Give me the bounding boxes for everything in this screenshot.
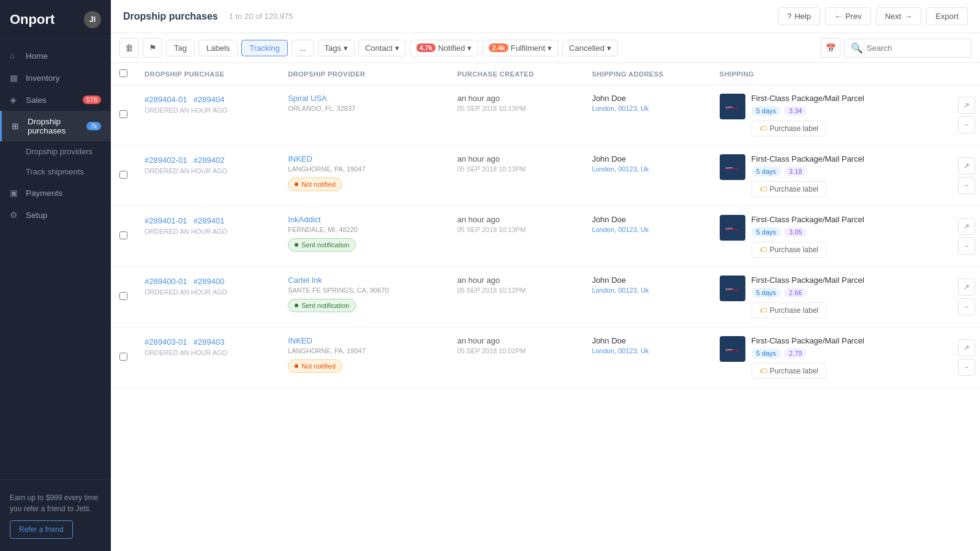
sidebar-item-home[interactable]: ⌂ Home (0, 45, 111, 67)
order-id-link[interactable]: #289400 (194, 277, 225, 286)
page-title: Dropship purchases (123, 11, 218, 22)
tracking-button[interactable]: Tracking (241, 40, 287, 56)
remove-row-button[interactable]: − (958, 298, 975, 315)
purchase-cell: #289403-01 #289403 ORDERED AN HOUR AGO (136, 328, 279, 388)
sidebar-item-payments[interactable]: ▣ Payments (0, 182, 111, 204)
more-label: ... (300, 43, 306, 53)
provider-name[interactable]: InkAddict (288, 215, 440, 224)
open-external-button[interactable]: ↗ (958, 279, 975, 296)
next-button[interactable]: Next → (876, 7, 922, 25)
row-checkbox-cell (111, 267, 136, 328)
purchase-id-link[interactable]: #289403-01 (145, 337, 187, 347)
sidebar-item-sales[interactable]: ◈ Sales 578 (0, 89, 111, 111)
provider-name[interactable]: INKED (288, 336, 440, 345)
help-label: Help (794, 12, 811, 21)
remove-row-button[interactable]: − (958, 238, 975, 255)
logo-area: Onport JI (0, 0, 111, 40)
table-row: #289402-01 #289402 ORDERED AN HOUR AGO I… (111, 146, 980, 206)
prev-button[interactable]: ← Prev (825, 7, 871, 25)
sidebar-label-sales: Sales (26, 96, 47, 105)
fulfilment-badge: 2.4k (489, 43, 508, 52)
provider-name[interactable]: Spiral USA (288, 94, 440, 103)
search-input[interactable] (867, 43, 965, 53)
remove-row-button[interactable]: − (958, 359, 975, 376)
remove-row-button[interactable]: − (958, 116, 975, 133)
home-icon: ⌂ (10, 51, 20, 61)
sidebar-label-dropship-purchases: Dropship purchases (28, 117, 80, 135)
provider-name[interactable]: INKED (288, 154, 440, 163)
labels-button[interactable]: Labels (198, 40, 238, 56)
search-icon: 🔍 (851, 42, 863, 54)
shipping-service-name: First-Class Package/Mail Parcel (752, 154, 935, 163)
purchase-label-button[interactable]: 🏷 Purchase label (752, 121, 826, 137)
tag-icon: ◈ (10, 95, 20, 105)
help-icon: ? (787, 12, 791, 21)
purchase-label-text: Purchase label (770, 367, 818, 375)
delete-button[interactable]: 🗑 (119, 38, 139, 58)
avatar[interactable]: JI (84, 11, 101, 28)
tag-label: Tag (174, 43, 187, 53)
row-checkbox-cell (111, 206, 136, 267)
purchase-cell: #289404-01 #289404 ORDERED AN HOUR AGO (136, 85, 279, 146)
order-id-link[interactable]: #289401 (194, 216, 225, 225)
cancelled-filter[interactable]: Cancelled ▾ (562, 40, 618, 56)
order-id-link[interactable]: #289402 (194, 156, 225, 165)
remove-row-button[interactable]: − (958, 177, 975, 194)
purchase-id-link[interactable]: #289404-01 (145, 95, 187, 104)
tag-button[interactable]: Tag (166, 40, 195, 56)
notified-badge: 4.7k (417, 43, 435, 52)
sidebar-item-inventory[interactable]: ▦ Inventory (0, 67, 111, 89)
row-checkbox[interactable] (119, 292, 127, 300)
tags-filter[interactable]: Tags ▾ (318, 40, 355, 56)
sidebar-item-setup[interactable]: ⚙ Setup (0, 204, 111, 226)
recipient-name: John Doe (592, 215, 702, 224)
created-cell: an hour ago 05 SEP 2018 10:13PM (448, 146, 583, 206)
provider-name[interactable]: Cartel Ink (288, 276, 440, 285)
open-external-button[interactable]: ↗ (958, 339, 975, 356)
purchase-label-button[interactable]: 🏷 Purchase label (752, 181, 826, 197)
refer-friend-button[interactable]: Refer a friend (10, 520, 73, 539)
row-checkbox[interactable] (119, 231, 127, 239)
open-external-button[interactable]: ↗ (958, 157, 975, 174)
row-checkbox[interactable] (119, 110, 127, 118)
open-external-button[interactable]: ↗ (958, 218, 975, 235)
more-button[interactable]: ... (292, 40, 314, 56)
purchase-label-button[interactable]: 🏷 Purchase label (752, 363, 826, 379)
row-checkbox[interactable] (119, 171, 127, 179)
shipping-address: London, 00123, Uk (592, 287, 702, 294)
prev-label: Prev (845, 12, 862, 21)
order-id-link[interactable]: #289404 (194, 95, 225, 104)
shipping-price-tag: 2.79 (784, 348, 807, 358)
row-checkbox[interactable] (119, 353, 127, 361)
notified-filter[interactable]: 4.7k Notified ▾ (410, 40, 479, 56)
provider-addr: LANGHORNE, PA, 19047 (288, 165, 440, 173)
order-id-link[interactable]: #289403 (194, 337, 225, 347)
sent-notification-badge: Sent notification (288, 299, 356, 312)
sidebar-item-dropship-purchases[interactable]: ⊞ Dropship purchases 7k (0, 111, 111, 141)
flag-button[interactable]: ⚑ (143, 38, 162, 58)
fulfilment-filter[interactable]: 2.4k Fulfilment ▾ (482, 40, 559, 56)
contact-filter[interactable]: Contact ▾ (358, 40, 406, 56)
table-row: #289403-01 #289403 ORDERED AN HOUR AGO I… (111, 328, 980, 388)
purchase-label-button[interactable]: 🏷 Purchase label (752, 302, 826, 318)
purchase-id-link[interactable]: #289400-01 (145, 277, 187, 286)
prev-icon: ← (834, 12, 842, 21)
cancelled-filter-label: Cancelled (569, 43, 605, 53)
open-external-button[interactable]: ↗ (958, 97, 975, 114)
toolbar: 🗑 ⚑ Tag Labels Tracking ... Tags ▾ Conta… (111, 33, 980, 63)
created-time: an hour ago (457, 154, 575, 163)
purchase-id-link[interactable]: #289401-01 (145, 216, 187, 225)
shipping-info: First-Class Package/Mail Parcel 5 days 3… (752, 215, 935, 258)
export-button[interactable]: Export (926, 7, 968, 25)
calendar-button[interactable]: 📅 (821, 38, 840, 58)
select-all-checkbox[interactable] (119, 69, 127, 77)
sidebar-item-dropship-providers[interactable]: Dropship providers (0, 141, 111, 162)
purchase-cell: #289400-01 #289400 ORDERED AN HOUR AGO (136, 267, 279, 328)
sidebar-item-track-shipments[interactable]: Track shipments (0, 162, 111, 182)
purchase-label-text: Purchase label (770, 246, 818, 254)
gear-icon: ⚙ (10, 210, 20, 220)
purchase-id-link[interactable]: #289402-01 (145, 156, 187, 165)
not-notified-badge: Not notified (288, 359, 342, 373)
purchase-label-button[interactable]: 🏷 Purchase label (752, 242, 826, 258)
help-button[interactable]: ? Help (778, 7, 820, 25)
